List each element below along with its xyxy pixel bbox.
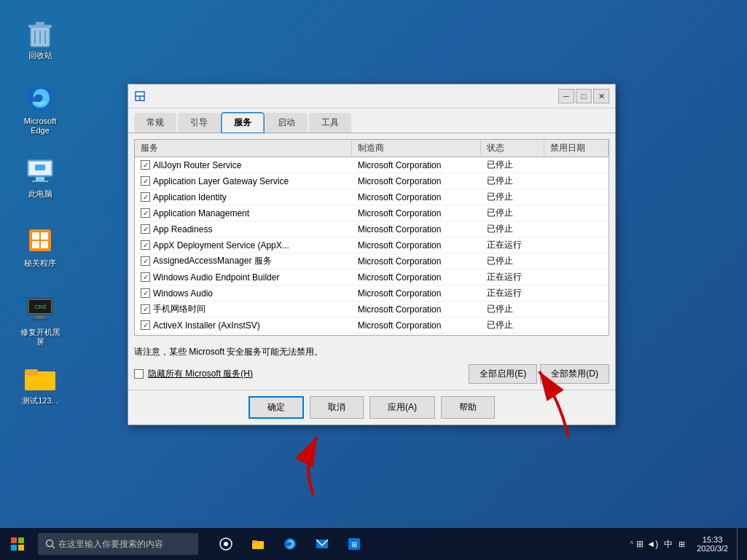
table-row: AllJoyn Router Service Microsoft Corpora… bbox=[135, 157, 609, 173]
service-checkbox[interactable] bbox=[141, 176, 150, 186]
folder-label: 测试123. . bbox=[22, 396, 58, 406]
services-table: 服务 制造商 状态 禁用日期 AllJoyn Router Service Mi… bbox=[135, 140, 609, 336]
service-checkbox[interactable] bbox=[141, 288, 150, 298]
tab-boot[interactable]: 引导 bbox=[178, 113, 220, 133]
service-checkbox[interactable] bbox=[141, 192, 150, 202]
folder-icon bbox=[25, 366, 55, 393]
taskbar-search[interactable]: 在这里输入你要搜索的内容 bbox=[38, 533, 198, 555]
notice-text: 请注意，某些 Microsoft 安全服务可能无法禁用。 bbox=[128, 342, 615, 361]
mail-taskbar-button[interactable] bbox=[309, 531, 335, 557]
service-vendor: Microsoft Corporation bbox=[352, 221, 481, 237]
tray-volume-icon: ◄) bbox=[646, 539, 658, 549]
action-buttons: 全部启用(E) 全部禁用(D) bbox=[469, 364, 609, 384]
desktop-icon-edge[interactable]: Microsoft Edge bbox=[15, 80, 66, 138]
disable-all-button[interactable]: 全部禁用(D) bbox=[540, 364, 609, 384]
service-name: AssignedAccessManager 服务 bbox=[153, 255, 272, 267]
show-desktop-button[interactable] bbox=[737, 528, 741, 560]
service-checkbox[interactable] bbox=[141, 208, 150, 218]
desktop-icon-mypc[interactable]: 此电脑 bbox=[15, 153, 66, 202]
desktop-icon-recycle[interactable]: 回收站 bbox=[15, 15, 66, 63]
close-button[interactable]: ✕ bbox=[593, 89, 609, 103]
service-status: 已停止 bbox=[481, 253, 544, 269]
confirm-row: 确定 取消 应用(A) 帮助 bbox=[128, 390, 615, 425]
svg-rect-11 bbox=[35, 165, 45, 170]
system-tray: ^ ⊞ ◄) 中 ⊞ bbox=[625, 538, 692, 551]
tab-general[interactable]: 常规 bbox=[134, 113, 176, 133]
edge-taskbar-button[interactable] bbox=[277, 531, 303, 557]
table-row: ActiveX Installer (AxInstSV) Microsoft C… bbox=[135, 318, 609, 334]
service-disabled bbox=[544, 334, 608, 336]
help-button[interactable]: 帮助 bbox=[441, 396, 495, 419]
bottom-row: 隐藏所有 Microsoft 服务(H) 全部启用(E) 全部禁用(D) bbox=[128, 361, 615, 390]
service-disabled bbox=[544, 205, 608, 221]
service-checkbox[interactable] bbox=[141, 160, 150, 170]
clock-time: 15:33 bbox=[703, 535, 723, 544]
enable-all-button[interactable]: 全部启用(E) bbox=[469, 364, 537, 384]
service-disabled bbox=[544, 173, 608, 189]
table-row: 手机网络时间 Microsoft Corporation 已停止 bbox=[135, 301, 609, 318]
service-name: Application Layer Gateway Service bbox=[153, 176, 289, 186]
start-button[interactable] bbox=[0, 528, 35, 560]
service-checkbox[interactable] bbox=[141, 272, 150, 282]
tab-tools[interactable]: 工具 bbox=[309, 113, 351, 133]
mypc-icon bbox=[25, 156, 55, 186]
table-row: AssignedAccessManager 服务 Microsoft Corpo… bbox=[135, 253, 609, 269]
tab-startup[interactable]: 启动 bbox=[265, 113, 308, 133]
service-status: 已停止 bbox=[481, 318, 544, 334]
service-checkbox[interactable] bbox=[141, 240, 150, 250]
ok-button[interactable]: 确定 bbox=[249, 396, 304, 419]
maximize-button[interactable]: □ bbox=[576, 89, 592, 103]
title-controls: ─ □ ✕ bbox=[558, 89, 609, 103]
service-status: 正在运行 bbox=[481, 269, 544, 285]
file-explorer-button[interactable] bbox=[245, 531, 271, 557]
task-view-button[interactable] bbox=[213, 531, 239, 557]
service-vendor: Microsoft Corporation bbox=[352, 269, 481, 285]
service-checkbox[interactable] bbox=[141, 320, 150, 330]
service-checkbox[interactable] bbox=[141, 224, 150, 234]
service-vendor: Microsoft Corporation bbox=[352, 205, 481, 221]
svg-rect-31 bbox=[11, 537, 17, 543]
svg-line-36 bbox=[52, 546, 55, 549]
service-checkbox[interactable] bbox=[141, 256, 150, 266]
svg-rect-26 bbox=[136, 92, 144, 95]
minimize-button[interactable]: ─ bbox=[558, 89, 574, 103]
svg-rect-16 bbox=[41, 241, 48, 248]
store-taskbar-button[interactable]: ⊞ bbox=[341, 531, 367, 557]
desktop-icon-folder[interactable]: 测试123. . bbox=[15, 363, 66, 409]
svg-rect-9 bbox=[36, 177, 44, 181]
service-disabled bbox=[544, 318, 608, 334]
clock[interactable]: 15:33 2020/3/2 bbox=[691, 535, 734, 553]
col-disabled: 禁用日期 bbox=[544, 140, 608, 157]
hide-ms-checkbox[interactable] bbox=[134, 369, 144, 379]
service-status: 已停止 bbox=[481, 334, 544, 336]
service-name: Windows Audio Endpoint Builder bbox=[153, 272, 279, 283]
service-disabled bbox=[544, 253, 608, 269]
tray-chevron[interactable]: ^ bbox=[630, 540, 634, 548]
service-name: App Readiness bbox=[153, 224, 212, 234]
dialog-titlebar: ─ □ ✕ bbox=[128, 84, 615, 109]
service-vendor: Microsoft Corporation bbox=[352, 334, 481, 336]
svg-rect-2 bbox=[36, 22, 44, 25]
desktop-icon-app[interactable]: 秘关程序 bbox=[15, 222, 66, 271]
edge-icon bbox=[25, 83, 55, 114]
svg-text:⊞: ⊞ bbox=[351, 540, 357, 548]
service-name-cell: Application Layer Gateway Service bbox=[135, 173, 352, 189]
desktop-icon-fix[interactable]: cmd 修复开机黑屏 bbox=[15, 291, 66, 350]
cancel-button[interactable]: 取消 bbox=[310, 396, 364, 419]
service-vendor: Microsoft Corporation bbox=[352, 285, 481, 301]
col-service: 服务 bbox=[135, 140, 352, 157]
tab-services[interactable]: 服务 bbox=[222, 113, 264, 133]
svg-rect-28 bbox=[141, 97, 144, 100]
service-checkbox[interactable] bbox=[141, 304, 150, 314]
services-table-wrapper[interactable]: 服务 制造商 状态 禁用日期 AllJoyn Router Service Mi… bbox=[134, 139, 609, 336]
svg-rect-19 bbox=[36, 315, 44, 319]
recycle-bin-icon bbox=[25, 17, 55, 48]
apply-button[interactable]: 应用(A) bbox=[369, 396, 435, 419]
recycle-bin-label: 回收站 bbox=[28, 51, 52, 60]
tray-network-icon: ⊞ bbox=[636, 539, 644, 549]
taskbar-right: ^ ⊞ ◄) 中 ⊞ 15:33 2020/3/2 bbox=[625, 528, 747, 560]
service-name: Application Identity bbox=[153, 192, 227, 202]
svg-rect-27 bbox=[136, 97, 139, 100]
edge-label: Microsoft Edge bbox=[17, 117, 63, 135]
app-icon bbox=[25, 225, 55, 256]
